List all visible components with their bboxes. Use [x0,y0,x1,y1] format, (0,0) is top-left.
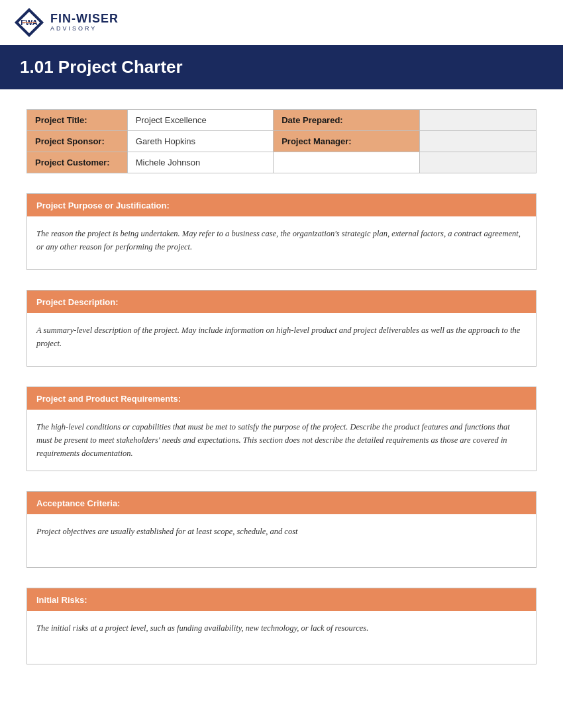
value-project-manager [419,131,536,152]
logo-box: FWA FIN-WISER ADVISORY [13,7,119,38]
section-description: Project Description: A summary-level des… [26,290,537,367]
label-project-customer: Project Customer: [27,152,128,173]
section-risks-body: The initial risks at a project level, su… [27,611,536,664]
logo-diamond: FWA [13,7,45,38]
section-purpose: Project Purpose or Justification: The re… [26,193,537,270]
table-row: Project Sponsor: Gareth Hopkins Project … [27,131,537,152]
section-acceptance: Acceptance Criteria: Project objectives … [26,491,537,568]
section-description-header: Project Description: [27,291,536,313]
section-requirements-body: The high-level conditions or capabilitie… [27,410,536,471]
section-risks: Initial Risks: The initial risks at a pr… [26,588,537,664]
label-project-title: Project Title: [27,110,128,131]
value-empty [419,152,536,173]
logo-subtitle: ADVISORY [50,26,119,32]
value-project-title: Project Excellence [127,110,273,131]
label-project-manager: Project Manager: [274,131,419,152]
section-requirements-header: Project and Product Requirements: [27,387,536,410]
title-bar: 1.01 Project Charter [0,45,563,89]
logo-area: FWA FIN-WISER ADVISORY [0,0,132,45]
table-row: Project Title: Project Excellence Date P… [27,110,537,131]
section-requirements: Project and Product Requirements: The hi… [26,387,537,471]
section-description-body: A summary-level description of the proje… [27,313,536,366]
page-title: 1.01 Project Charter [20,57,543,77]
main-content: Project Title: Project Excellence Date P… [0,89,563,704]
logo-company-name: FIN-WISER [50,13,119,26]
table-row: Project Customer: Michele Johnson [27,152,537,173]
section-purpose-header: Project Purpose or Justification: [27,194,536,216]
value-date-prepared [419,110,536,131]
section-acceptance-header: Acceptance Criteria: [27,492,536,514]
section-acceptance-body: Project objectives are usually establish… [27,514,536,567]
label-empty [274,152,419,173]
label-project-sponsor: Project Sponsor: [27,131,128,152]
info-table: Project Title: Project Excellence Date P… [26,109,537,173]
section-purpose-body: The reason the project is being undertak… [27,216,536,269]
label-date-prepared: Date Prepared: [274,110,419,131]
value-project-customer: Michele Johnson [127,152,273,173]
page: FWA FIN-WISER ADVISORY 1.01 Project Char… [0,0,563,728]
value-project-sponsor: Gareth Hopkins [127,131,273,152]
logo-text-group: FIN-WISER ADVISORY [50,13,119,32]
section-risks-header: Initial Risks: [27,588,536,611]
